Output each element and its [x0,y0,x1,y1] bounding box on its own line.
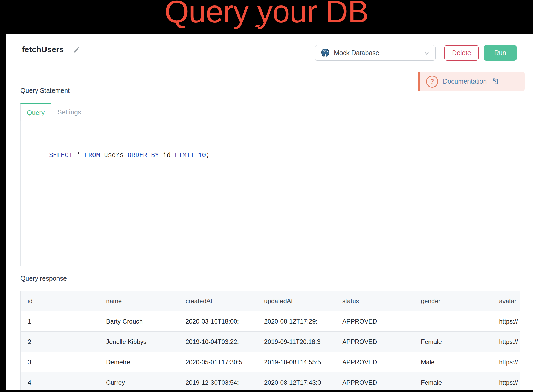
documentation-accent-bar [418,72,420,91]
tab-label: Settings [57,108,81,116]
table-cell: Male [414,352,492,372]
table-cell: APPROVED [335,372,414,390]
sql-token: users [100,152,128,159]
question-circle-icon: ? [426,76,438,88]
query-name: fetchUsers [22,45,64,54]
response-table: idnamecreatedAtupdatedAtstatusgenderavat… [20,291,520,390]
sql-token: SELECT [49,152,73,159]
table-cell: Currey [99,372,178,390]
sql-token: * [73,152,84,159]
delete-button[interactable]: Delete [444,45,479,61]
database-select-value: Mock Database [334,49,379,57]
sql-token [194,152,198,159]
documentation-link[interactable]: ? Documentation [420,72,525,91]
table-cell: 2020-08-12T17:29: [257,311,335,332]
table-cell: 2019-09-11T20:18:3 [257,332,335,352]
table-cell: Demetre [99,352,178,372]
column-header: avatar [492,291,520,311]
database-select[interactable]: Mock Database [315,45,436,61]
table-cell: https:// [492,372,520,390]
table-cell: APPROVED [335,311,414,332]
column-header: status [335,291,414,311]
column-header: updatedAt [257,291,335,311]
table-cell: https:// [492,311,520,332]
documentation-label: Documentation [443,78,487,85]
run-button[interactable]: Run [484,45,517,61]
table-cell: Jenelle Kibbys [99,332,178,352]
table-cell: 2019-10-04T03:22: [178,332,257,352]
table-cell: APPROVED [335,352,414,372]
sql-token: ORDER BY [128,152,159,159]
table-cell: 2019-10-08T14:55:5 [257,352,335,372]
table-cell: 4 [21,372,99,390]
external-link-icon [491,78,499,85]
table-row: 3Demetre2020-05-01T17:30:52019-10-08T14:… [21,352,520,372]
tab-label: Query [27,109,45,117]
toolbar-controls: Mock Database Delete Run [315,45,517,61]
top-banner: Query your DB [0,0,533,34]
table-cell: Female [414,372,492,390]
response-table-body: 1Barty Crouch2020-03-16T18:00:2020-08-12… [21,311,520,390]
sql-token: FROM [84,152,100,159]
table-cell: 3 [21,352,99,372]
table-cell: Barty Crouch [99,311,178,332]
documentation-row: ? Documentation [418,72,525,91]
table-row: 2Jenelle Kibbys2019-10-04T03:22:2019-09-… [21,332,520,352]
sql-token: 10 [198,152,206,159]
table-cell: https:// [492,332,520,352]
sql-token: LIMIT [175,152,194,159]
table-row: 4Currey2019-12-30T03:54:2020-08-12T17:43… [21,372,520,390]
sql-token: ; [206,152,210,159]
chevron-down-icon [423,50,430,56]
tab[interactable]: Settings [51,103,87,121]
column-header: gender [414,291,492,311]
query-response-heading: Query response [20,275,67,282]
edit-pencil-icon[interactable] [73,46,81,54]
table-row: 1Barty Crouch2020-03-16T18:00:2020-08-12… [21,311,520,332]
table-header-row: idnamecreatedAtupdatedAtstatusgenderavat… [21,291,520,311]
app-panel: fetchUsers Mock Database Delete Run [6,34,533,390]
tab[interactable]: Query [20,103,51,121]
sql-editor[interactable]: SELECT * FROM users ORDER BY id LIMIT 10… [20,121,520,266]
table-cell: APPROVED [335,332,414,352]
table-cell: 2020-03-16T18:00: [178,311,257,332]
sql-code-line: SELECT * FROM users ORDER BY id LIMIT 10… [21,121,520,159]
column-header: name [99,291,178,311]
sql-token: id [159,152,175,159]
table-cell: 1 [21,311,99,332]
table-cell: 2020-05-01T17:30:5 [178,352,257,372]
query-statement-heading: Query Statement [20,87,70,94]
column-header: createdAt [178,291,257,311]
banner-title: Query your DB [0,0,533,27]
table-cell: 2020-08-12T17:43:0 [257,372,335,390]
tab-bar: QuerySettings [20,103,87,121]
postgresql-icon [320,48,330,58]
table-cell [414,311,492,332]
table-cell: 2019-12-30T03:54: [178,372,257,390]
response-table-wrap: idnamecreatedAtupdatedAtstatusgenderavat… [20,291,520,390]
column-header: id [21,291,99,311]
table-cell: 2 [21,332,99,352]
query-name-row: fetchUsers [22,45,81,54]
table-cell: https:// [492,352,520,372]
table-cell: Female [414,332,492,352]
